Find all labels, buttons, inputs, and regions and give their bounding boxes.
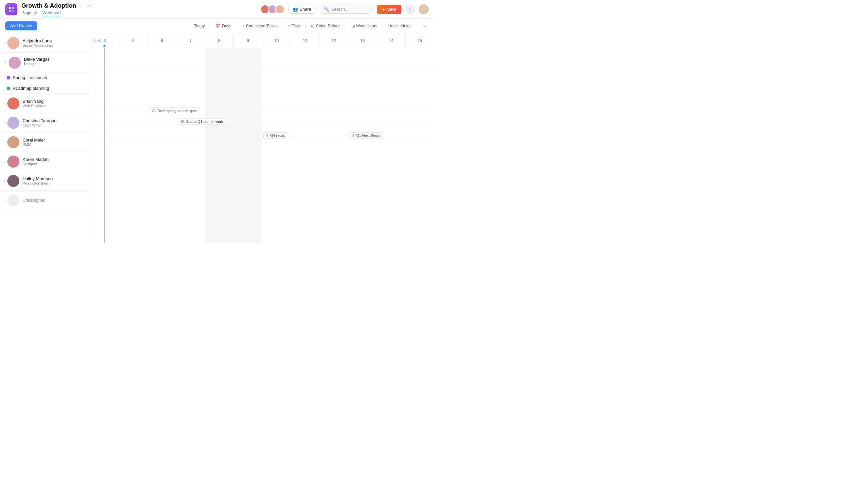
- filter-button[interactable]: ≡ Filter: [285, 22, 303, 30]
- main-area: › Alejandro Luna Social Media Lead ∨ Bla…: [0, 33, 434, 243]
- overflow-button[interactable]: ···: [420, 22, 429, 30]
- chevron-placeholder-coral: ›: [4, 140, 5, 144]
- alejandro-role: Social Media Lead: [23, 43, 53, 47]
- chevron-right-unassigned: ›: [4, 198, 5, 202]
- date-columns: 456789101112131415: [90, 33, 434, 48]
- sidebar: › Alejandro Luna Social Media Lead ∨ Bla…: [0, 33, 90, 243]
- date-col-7: 7: [176, 33, 205, 48]
- task-num-30: 30: [181, 120, 184, 124]
- task-scope-q1[interactable]: 30 Scope Q1 launch work: [178, 118, 226, 125]
- search-box[interactable]: 🔍 Search...: [319, 5, 373, 14]
- date-col-8: 8: [205, 33, 234, 48]
- brian-role: Web Producer: [23, 104, 46, 108]
- unscheduled-button[interactable]: Unscheduled: [385, 22, 414, 30]
- avatar-coral: [7, 136, 19, 148]
- nav-projects[interactable]: Projects: [21, 10, 37, 17]
- title-text: Growth & Adoption: [21, 2, 76, 9]
- unassigned-name: Unassigned: [23, 198, 46, 203]
- share-button[interactable]: 👥 Share: [288, 5, 315, 14]
- work-hours-label: Work Hours: [356, 24, 377, 28]
- sidebar-item-coral[interactable]: › Coral Meier PMM: [0, 132, 90, 152]
- completed-tasks-label: Completed Tasks: [246, 24, 277, 28]
- sidebar-item-christina[interactable]: › Christina Taragon Copy Writer: [0, 113, 90, 132]
- add-project-button[interactable]: Add Project: [5, 21, 37, 30]
- sidebar-item-karen[interactable]: › Karen Madan Designer: [0, 152, 90, 171]
- hailey-role: Production Intern: [23, 181, 53, 185]
- header-title: Growth & Adoption ☆ ···: [21, 2, 93, 9]
- project-dot-roadmap: [7, 87, 10, 90]
- filter-label: Filter: [291, 24, 301, 28]
- date-col-9: 9: [234, 33, 262, 48]
- task-q4-recap[interactable]: 4 Q4 recap: [264, 132, 288, 139]
- sidebar-item-alejandro[interactable]: › Alejandro Luna Social Media Lead: [0, 33, 90, 53]
- date-col-10: 10: [262, 33, 291, 48]
- alejandro-name: Alejandro Luna: [23, 38, 53, 43]
- karen-role: Designer: [23, 162, 49, 166]
- chevron-right-christina: ›: [4, 121, 5, 125]
- avatar-blake: [9, 57, 21, 69]
- sidebar-project-spring[interactable]: Spring line launch: [0, 72, 90, 83]
- avatar-christina: [7, 117, 19, 129]
- date-header: April 456789101112131415: [90, 33, 434, 48]
- toolbar-sep-5: [346, 23, 346, 29]
- star-button[interactable]: ☆: [79, 3, 83, 8]
- avatar-group: [260, 5, 284, 14]
- search-placeholder: Search...: [331, 7, 348, 12]
- chevron-right-brian: ›: [4, 101, 5, 105]
- calendar-icon: 📅: [216, 24, 221, 28]
- today-button[interactable]: Today: [191, 22, 207, 30]
- date-col-6: 6: [148, 33, 176, 48]
- new-button[interactable]: + New: [377, 5, 401, 14]
- avatar-hailey: [7, 175, 19, 187]
- task-num-8: 8: [352, 134, 354, 137]
- plus-icon: +: [382, 7, 385, 12]
- help-button[interactable]: ?: [405, 5, 415, 14]
- task-q1-next[interactable]: 8 Q1 Next Steps: [349, 132, 383, 139]
- sidebar-item-hailey[interactable]: › Hailey Moreson Production Intern: [0, 171, 90, 191]
- date-col-15: 15: [405, 33, 434, 48]
- completed-tasks-button[interactable]: ○ Completed Tasks: [240, 22, 279, 30]
- avatar-unassigned: [7, 194, 19, 206]
- row-blake-bg: [90, 67, 434, 106]
- toolbar: Add Project Today 📅 Days ○ Completed Tas…: [0, 19, 434, 33]
- user-avatar[interactable]: [418, 4, 429, 14]
- christina-role: Copy Writer: [23, 123, 57, 127]
- date-col-14: 14: [377, 33, 405, 48]
- date-col-13: 13: [348, 33, 377, 48]
- avatar-alejandro: [7, 37, 19, 49]
- color-button[interactable]: ⊞ Color: Default: [308, 22, 343, 30]
- task-draft-spring[interactable]: 20 Draft spring launch spec: [149, 107, 200, 114]
- check-icon: ○: [242, 24, 245, 28]
- hailey-info: Hailey Moreson Production Intern: [23, 176, 53, 185]
- sidebar-project-roadmap[interactable]: Roadmap planning: [0, 83, 90, 94]
- toolbar-sep-1: [210, 23, 210, 29]
- sidebar-item-brian[interactable]: › Brian Yang Web Producer: [0, 94, 90, 113]
- more-options-button[interactable]: ···: [86, 2, 93, 9]
- blake-info: Blake Vargas Designer: [24, 57, 50, 66]
- color-icon: ⊞: [311, 24, 314, 28]
- days-button[interactable]: 📅 Days: [213, 22, 234, 30]
- brian-info: Brian Yang Web Producer: [23, 99, 46, 108]
- brian-name: Brian Yang: [23, 99, 46, 104]
- header: Growth & Adoption ☆ ··· Projects Workloa…: [0, 0, 434, 19]
- christina-info: Christina Taragon Copy Writer: [23, 118, 57, 127]
- header-title-area: Growth & Adoption ☆ ··· Projects Workloa…: [21, 2, 93, 17]
- blake-name: Blake Vargas: [24, 57, 50, 62]
- project-name-roadmap: Roadmap planning: [13, 86, 49, 91]
- christina-name: Christina Taragon: [23, 118, 57, 123]
- row-spring-bg: [90, 106, 434, 122]
- color-label: Color: Default: [316, 24, 340, 28]
- share-label: Share: [300, 7, 311, 12]
- work-hours-button[interactable]: ⊞ Work Hours: [349, 22, 380, 30]
- task-num-20: 20: [152, 109, 156, 113]
- coral-role: PMM: [23, 142, 45, 147]
- project-dot-spring: [7, 76, 10, 79]
- alejandro-info: Alejandro Luna Social Media Lead: [23, 38, 53, 47]
- blake-role: Designer: [24, 62, 50, 66]
- nav-workload[interactable]: Workload: [42, 10, 61, 17]
- task-label-scope: Scope Q1 launch work: [186, 120, 223, 124]
- hailey-name: Hailey Moreson: [23, 176, 53, 181]
- sidebar-item-unassigned[interactable]: › Unassigned: [0, 191, 90, 210]
- sidebar-item-blake[interactable]: ∨ Blake Vargas Designer: [0, 53, 90, 72]
- date-col-5: 5: [119, 33, 148, 48]
